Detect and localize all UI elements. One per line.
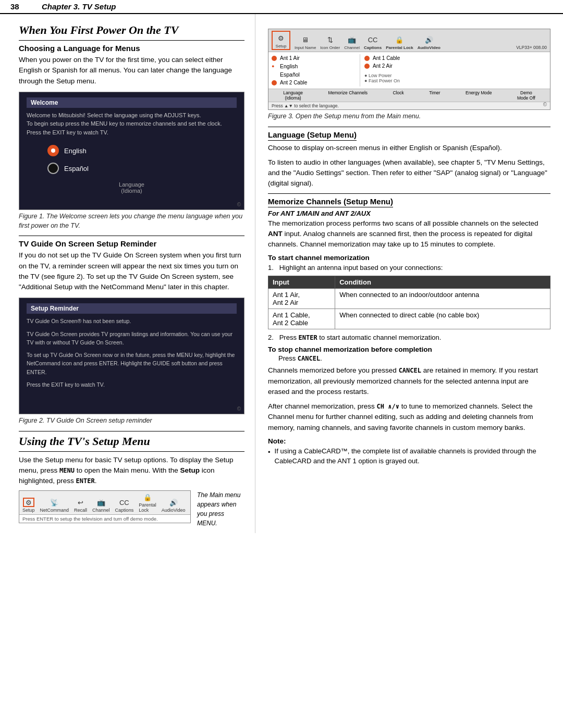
- setup-reminder-screen: Setup Reminder TV Guide On Screen® has n…: [19, 298, 244, 414]
- language-idioma-label: Language(Idioma): [27, 181, 237, 194]
- channel-icon-fig3: 📺: [345, 34, 359, 45]
- section1-body: When you power on the TV for the first t…: [19, 55, 244, 87]
- captions-icon-group-fig3: CC Captions: [364, 34, 382, 50]
- mmb-icons-row: ⚙ Setup 📡 NetCommand ↩ Recall: [19, 491, 190, 515]
- mmb-caption: The Main menu appears when you press MEN…: [197, 490, 244, 528]
- mmb-icon-captions: CC Captions: [115, 498, 134, 513]
- bullet-dot-1: •: [268, 447, 271, 466]
- to-stop-body: Press CANCEL.: [268, 354, 550, 362]
- table-cell-cond1: When connected to an indoor/outdoor ante…: [335, 289, 550, 309]
- divider-3: [19, 431, 244, 431]
- divider-1: [19, 40, 244, 41]
- section1-title: Choosing a Language for Menus: [19, 44, 244, 53]
- iconorder-icon-group: ⇅ Icon Order: [320, 34, 340, 50]
- table-cell-cond2: When connected to direct cable (no cable…: [335, 309, 550, 329]
- row-ant1air: Ant 1 Air: [272, 54, 360, 62]
- page-header: 38 Chapter 3. TV Setup: [0, 0, 563, 14]
- mmb-icon-parental: 🔒 Parental Lock: [139, 492, 156, 513]
- iconorder-icon: ⇅: [323, 34, 337, 45]
- main-content: When You First Power On the TV Choosing …: [0, 14, 563, 533]
- main-menu-row: ⚙ Setup 📡 NetCommand ↩ Recall: [19, 490, 244, 528]
- copyright-2: ©: [237, 406, 241, 412]
- row-ant2air: Ant 2 Air: [364, 62, 547, 70]
- lang-english-label: English: [64, 147, 87, 155]
- lang-english-option: English: [47, 145, 237, 156]
- welcome-title-bar: Welcome: [27, 97, 237, 108]
- footer-timer: Timer: [429, 90, 440, 101]
- figure1-box: Welcome Welcome to Mitsubishi! Select th…: [19, 92, 244, 211]
- footer-memorize: Memorize Channels: [328, 90, 368, 101]
- radio-espanol: [47, 163, 59, 174]
- table-cell-ant2: Ant 1 Cable,Ant 2 Cable: [268, 309, 335, 329]
- figure3-caption: Figure 3. Open the Setup menu from the M…: [268, 112, 550, 121]
- lang-espanol-label: Español: [64, 165, 89, 172]
- setup-left-list: Ant 1 Air ●English Español Ant 2 Cable: [272, 54, 360, 87]
- parental-icon-fig3: 🔒: [393, 34, 406, 45]
- setup-icon-fig3: ⚙: [274, 32, 288, 44]
- welcome-text: Welcome to Mitsubishi! Select the langua…: [27, 111, 237, 137]
- main-menu-bar: ⚙ Setup 📡 NetCommand ↩ Recall: [19, 490, 191, 523]
- section3-main-title: Using the TV's Setup Menu: [19, 435, 244, 448]
- netcommand-icon: 📡: [48, 498, 60, 507]
- right-column: ⚙ Setup 🖥 Input Name ⇅ Icon Order 📺 Chan…: [255, 14, 563, 533]
- row-english: ●English: [272, 62, 360, 70]
- language-body1: Choose to display on-screen menus in eit…: [268, 143, 550, 153]
- channel-table: Input Condition Ant 1 Air,Ant 2 Air When…: [268, 276, 550, 329]
- cancel-para: Channels memorized before you pressed CA…: [268, 365, 550, 397]
- setup-header-row: ⚙ Setup 🖥 Input Name ⇅ Icon Order 📺 Chan…: [268, 29, 550, 52]
- footer-demo: DemoMode Off: [517, 90, 535, 101]
- divider-r2: [268, 193, 550, 194]
- setup-text4: Press the EXIT key to watch TV.: [27, 380, 237, 389]
- footer-clock: Clock: [393, 90, 403, 101]
- recall-icon: ↩: [75, 498, 87, 507]
- audiovideo-icon-fig3: 🔊: [422, 34, 436, 45]
- language-setup-title: Language (Setup Menu): [268, 130, 357, 141]
- audiovideo-icon-group-fig3: 🔊 AudioVideo: [418, 34, 440, 50]
- row-espanol: Español: [272, 70, 360, 79]
- table-row: Ant 1 Air,Ant 2 Air When connected to an…: [268, 289, 550, 309]
- figure2-caption: Figure 2. TV Guide On Screen setup remin…: [19, 416, 244, 426]
- mmb-icon-setup: ⚙ Setup: [22, 498, 35, 513]
- after-para: After channel memorization, press CH ∧/∨…: [268, 401, 550, 433]
- setup-text1: TV Guide On Screen® has not been setup.: [27, 317, 237, 325]
- press-av-text: Press ▲▼ to select the language.: [268, 102, 550, 109]
- figure1-caption: Figure 1. The Welcome screen lets you ch…: [19, 212, 244, 230]
- row-lowpower: ● Low Power: [364, 73, 547, 78]
- divider-4: [19, 451, 244, 452]
- mmb-icon-channel: 📺 Channel: [92, 498, 110, 513]
- audiovideo-icon: 🔊: [168, 498, 179, 507]
- section2-body: If you do not set up the TV Guide On Scr…: [19, 250, 244, 292]
- language-body2: To listen to audio in other languages (w…: [268, 157, 550, 189]
- setup-icon-group: ⚙ Setup: [272, 31, 290, 50]
- radio-english: [47, 145, 59, 156]
- step1-text: 1. Highlight an antenna input based on y…: [268, 264, 550, 272]
- page-number: 38: [10, 2, 42, 11]
- table-cell-ant1: Ant 1 Air,Ant 2 Air: [268, 289, 335, 309]
- mmb-icon-audiovideo: 🔊 AudioVideo: [162, 498, 186, 513]
- parental-icon-group-fig3: 🔒 Parental Lock: [386, 34, 413, 50]
- chapter-title: Chapter 3. TV Setup: [42, 2, 116, 11]
- table-header-condition: Condition: [335, 276, 550, 289]
- row-fastpoweron: ● Fast Power On: [364, 78, 547, 83]
- setup-text2: TV Guide On Screen provides TV program l…: [27, 330, 237, 347]
- divider-r1: [268, 127, 550, 127]
- setup-text3: To set up TV Guide On Screen now or in t…: [27, 351, 237, 376]
- memorize-body1: The memorization process performs two sc…: [268, 218, 550, 250]
- mmb-footer-text: Press ENTER to setup the television and …: [19, 515, 190, 523]
- main-title: When You First Power On the TV: [19, 23, 244, 37]
- channel-icon-group: 📺 Channel: [344, 34, 360, 50]
- section3-body: Use the Setup menu for basic TV setup op…: [19, 455, 244, 487]
- copyright-3: ©: [543, 102, 547, 107]
- table-row: Ant 1 Cable,Ant 2 Cable When connected t…: [268, 309, 550, 329]
- memorize-title: Memorize Channels (Setup Menu): [268, 197, 393, 207]
- note-label: Note:: [268, 437, 550, 445]
- step2-text: 2. Press ENTER to start automatic channe…: [268, 334, 550, 341]
- setup-body: Ant 1 Air ●English Español Ant 2 Cable A…: [268, 52, 550, 89]
- footer-energy: Energy Mode: [466, 90, 492, 101]
- to-stop-title: To stop channel memorization before comp…: [268, 346, 550, 353]
- copyright: ©: [237, 202, 241, 207]
- memorize-subtitle: For ANT 1/MAIN and ANT 2/AUX: [268, 209, 550, 217]
- mmb-caption-area: The Main menu appears when you press MEN…: [197, 490, 244, 528]
- setup-right-list: Ant 1 Cable Ant 2 Air ● Low Power ● Fast…: [360, 54, 547, 87]
- captions-icon: CC: [118, 498, 130, 507]
